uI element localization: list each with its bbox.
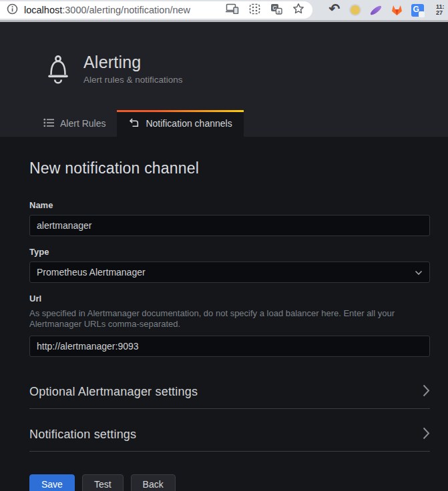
url-path: :3000/alerting/notification/new xyxy=(62,5,190,15)
section-title: Optional Alertmanager settings xyxy=(29,385,198,399)
page-header: Alerting Alert rules & notifications Ale… xyxy=(0,22,448,137)
chevron-down-icon xyxy=(415,267,423,278)
type-select[interactable]: Prometheus Alertmanager xyxy=(29,262,430,283)
info-icon[interactable] xyxy=(7,3,18,17)
url-description: As specified in Alertmanager documentati… xyxy=(29,308,395,330)
name-field: Name xyxy=(29,200,430,236)
url-host: localhost xyxy=(24,5,62,15)
chevron-right-icon xyxy=(423,384,430,400)
name-label: Name xyxy=(29,200,430,210)
translate-extension-icon[interactable]: G xyxy=(410,3,425,17)
list-icon xyxy=(43,118,54,129)
send-to-devices-icon[interactable] xyxy=(226,3,239,17)
type-select-value: Prometheus Alertmanager xyxy=(37,267,146,278)
save-button[interactable]: Save xyxy=(29,474,75,491)
tab-alert-rules[interactable]: Alert Rules xyxy=(32,110,117,137)
section-title: Notification settings xyxy=(29,428,136,442)
section-notification-settings[interactable]: Notification settings xyxy=(29,427,430,451)
translate-icon[interactable]: Ga xyxy=(270,3,282,17)
tabbar: Alert Rules Notification channels xyxy=(0,110,448,137)
screen: localhost:3000/alerting/notification/new… xyxy=(0,0,448,491)
title-block: Alerting Alert rules & notifications xyxy=(83,53,183,85)
url-text[interactable]: localhost:3000/alerting/notification/new xyxy=(24,5,220,15)
page-body: New notification channel Name Type Prome… xyxy=(0,137,448,491)
divider xyxy=(29,408,430,409)
bookmark-star-icon[interactable] xyxy=(292,3,304,17)
yellow-circle-extension-icon[interactable] xyxy=(348,3,363,17)
qr-grid-icon[interactable] xyxy=(249,3,260,17)
button-row: Save Test Back xyxy=(29,474,430,491)
main-heading: New notification channel xyxy=(29,159,430,177)
type-field: Type Prometheus Alertmanager xyxy=(29,247,430,283)
extension-area: ↶ G 11: 27 xyxy=(327,3,446,17)
page-subtitle: Alert rules & notifications xyxy=(83,75,183,85)
clock: 11: 27 xyxy=(436,4,446,17)
tab-notification-channels[interactable]: Notification channels xyxy=(117,110,243,137)
share-arrow-icon xyxy=(128,117,140,130)
section-optional-alertmanager-settings[interactable]: Optional Alertmanager settings xyxy=(29,384,430,408)
divider xyxy=(29,451,430,452)
chevron-right-icon xyxy=(423,427,430,442)
url-input[interactable] xyxy=(29,336,430,357)
browser-toolbar: localhost:3000/alerting/notification/new… xyxy=(0,0,448,20)
address-bar[interactable]: localhost:3000/alerting/notification/new… xyxy=(0,1,312,19)
gitlab-extension-icon[interactable] xyxy=(389,3,404,17)
feather-extension-icon[interactable] xyxy=(369,3,383,17)
type-label: Type xyxy=(29,247,430,257)
url-label: Url xyxy=(29,294,430,304)
back-button[interactable]: Back xyxy=(131,474,176,491)
page-header-main: Alerting Alert rules & notifications xyxy=(0,22,448,110)
address-bar-actions: Ga xyxy=(226,3,304,17)
tab-label: Alert Rules xyxy=(60,118,105,129)
page-title: Alerting xyxy=(83,53,183,72)
url-field: Url As specified in Alertmanager documen… xyxy=(29,294,430,357)
name-input[interactable] xyxy=(29,215,430,236)
tab-label: Notification channels xyxy=(146,118,232,129)
undo-arrow-extension-icon[interactable]: ↶ xyxy=(327,3,342,17)
bell-icon xyxy=(47,53,69,89)
test-button[interactable]: Test xyxy=(82,474,124,491)
